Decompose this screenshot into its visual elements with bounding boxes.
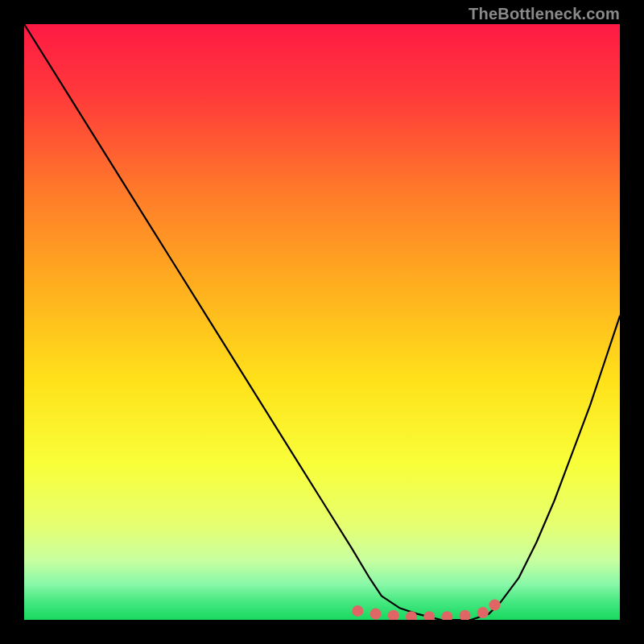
scatter-point bbox=[423, 611, 435, 620]
scatter-point bbox=[477, 607, 489, 618]
chart-frame: TheBottleneck.com bbox=[0, 0, 644, 644]
scatter-point bbox=[352, 605, 363, 617]
scatter-point bbox=[441, 611, 452, 620]
watermark-text: TheBottleneck.com bbox=[469, 5, 620, 23]
bottleneck-curve bbox=[24, 24, 620, 620]
scatter-point bbox=[388, 610, 399, 620]
scatter-point bbox=[489, 600, 501, 611]
curve-layer bbox=[24, 24, 620, 620]
scatter-point bbox=[460, 610, 471, 620]
scatter-point bbox=[370, 609, 382, 620]
plot-area bbox=[24, 24, 620, 620]
